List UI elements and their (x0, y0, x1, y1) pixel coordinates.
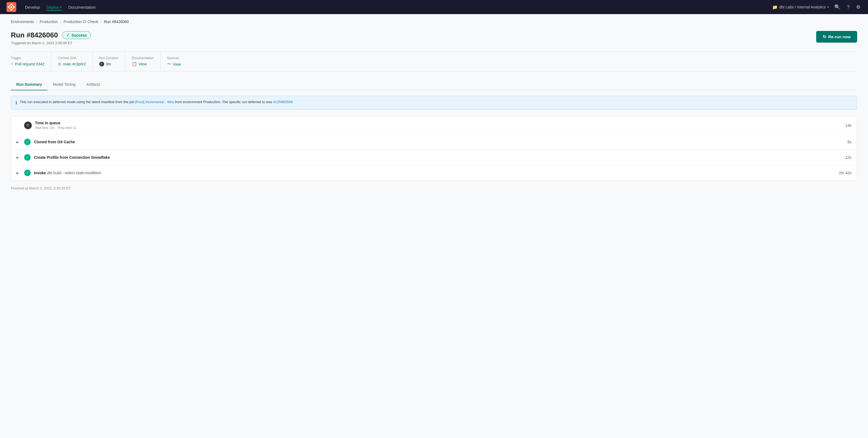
help-button[interactable]: ? (846, 3, 850, 11)
step-git-title: Cloned from Git Cache (34, 140, 844, 144)
dbt-logo-icon (6, 2, 16, 12)
success-icon: ✓ (66, 33, 70, 38)
meta-trigger: Trigger ⑂ Pull request #342 (11, 52, 51, 71)
rerun-button[interactable]: ↻ Re-run now (816, 31, 858, 42)
step-git-clone: ✓ Cloned from Git Cache 6s (11, 134, 857, 150)
step-queue-title: Time in queue (35, 121, 842, 125)
settings-button[interactable]: ⚙ (855, 3, 862, 11)
run-title-area: Run #8426060 ✓ Success Triggered on Marc… (11, 31, 91, 45)
svg-point-3 (14, 6, 15, 8)
tab-model-timing[interactable]: Model Timing (48, 79, 81, 90)
step-invoke-cmd: dbt build --select state:modified+ (47, 171, 102, 175)
meta-commit: Commit SHA ⊙ main #c3p0r2 (51, 52, 93, 71)
queue-clock-icon: ⏱ (24, 122, 32, 129)
wait-time-link[interactable]: Wait time 13s (35, 126, 55, 130)
breadcrumb-sep-1: › (36, 20, 38, 24)
commit-icon: ⊙ (58, 62, 61, 66)
nav-deploy[interactable]: Deploy ▾ (46, 4, 62, 10)
run-header: Run #8426060 ✓ Success Triggered on Marc… (11, 31, 857, 45)
run-footer: Finished at March 2, 2022, 2:30:32 ET (11, 181, 857, 190)
tab-run-summary[interactable]: Run Summary (11, 79, 48, 90)
breadcrumb: Environments › Production › Production C… (0, 14, 868, 27)
run-deferred-link[interactable]: #135983566 (273, 100, 293, 104)
step-queue-duration: 14s (845, 123, 851, 127)
run-title: Run #8426060 (11, 31, 58, 39)
svg-point-4 (11, 9, 12, 11)
rerun-icon: ↻ (823, 34, 826, 39)
meta-sources-value: 〜 View (167, 62, 187, 67)
nav-documentation[interactable]: Documentation (68, 4, 96, 10)
job-link[interactable]: [Prod] Incremental - 4hrs (135, 100, 174, 104)
run-triggered: Triggered on March 2, 2022 2:00:00 ET (11, 41, 91, 45)
breadcrumb-environments[interactable]: Environments (11, 20, 34, 24)
breadcrumb-ci-check[interactable]: Production CI Check (63, 20, 98, 24)
step-invoke-title: Invoke dbt build --select state:modified… (34, 171, 836, 175)
steps-container: ⏱ Time in queue Wait time 13s Prep time … (11, 116, 857, 181)
breadcrumb-run: Run #8426060 (104, 20, 129, 24)
info-banner: ℹ This run executed in deferred mode usi… (11, 96, 857, 110)
step-profile-expand[interactable] (17, 155, 21, 159)
tab-artifacts[interactable]: Artifacts (81, 79, 105, 90)
step-git-expand[interactable] (17, 140, 21, 144)
step-git-info: Cloned from Git Cache (34, 140, 844, 144)
sources-link[interactable]: View (173, 62, 181, 66)
step-profile-check-icon: ✓ (24, 154, 31, 160)
step-queue-subtitle: Wait time 13s Prep time 1s (35, 126, 842, 130)
nav-links: Develop Deploy ▾ Documentation (25, 4, 96, 10)
step-profile-title: Create Profile from Connection Snowflake (34, 155, 842, 159)
main-content: Run #8426060 ✓ Success Triggered on Marc… (0, 27, 868, 438)
run-title-row: Run #8426060 ✓ Success (11, 31, 91, 39)
breadcrumb-sep-2: › (60, 20, 61, 24)
nav-project-label: dbt Labs / Internal Analytics (779, 5, 826, 9)
pulse-icon: 〜 (167, 62, 171, 67)
nav-project[interactable]: 📁 dbt Labs / Internal Analytics ▾ (772, 5, 829, 10)
step-git-duration: 6s (847, 140, 851, 144)
step-queue-info: Time in queue Wait time 13s Prep time 1s (35, 121, 842, 130)
meta-doc-label: Documentation (132, 56, 154, 60)
info-icon: ℹ (16, 99, 17, 106)
meta-doc-value: 📋 View (132, 62, 154, 66)
doc-icon: 📋 (132, 62, 137, 66)
step-git-check-icon: ✓ (24, 139, 31, 145)
branch-icon: ⑂ (11, 62, 13, 66)
nav-right: 📁 dbt Labs / Internal Analytics ▾ 🔍 ? ⚙ (772, 3, 862, 11)
step-profile: ✓ Create Profile from Connection Snowfla… (11, 150, 857, 165)
doc-link[interactable]: View (138, 62, 147, 66)
meta-sources-label: Sources (167, 56, 187, 60)
tabs: Run Summary Model Timing Artifacts (11, 79, 857, 90)
commit-link[interactable]: main #c3p0r2 (63, 62, 86, 66)
nav-develop[interactable]: Develop (25, 4, 40, 10)
info-banner-text: This run executed in deferred mode using… (20, 99, 293, 105)
status-badge: ✓ Success (62, 31, 91, 39)
prep-time-link[interactable]: Prep time 1s (58, 126, 76, 130)
meta-trigger-value: ⑂ Pull request #342 (11, 62, 44, 66)
clock-icon: ⏱ (99, 62, 104, 66)
meta-commit-label: Commit SHA (58, 56, 86, 60)
meta-row: Trigger ⑂ Pull request #342 Commit SHA ⊙… (11, 52, 857, 71)
breadcrumb-sep-3: › (100, 20, 102, 24)
rerun-label: Re-run now (828, 34, 851, 39)
finished-text: Finished at March 2, 2022, 2:30:32 ET (11, 186, 71, 190)
meta-documentation: Documentation 📋 View (125, 52, 161, 71)
status-label: Success (71, 33, 87, 37)
duration-text: 3m (106, 62, 111, 66)
svg-point-1 (10, 6, 12, 8)
logo (6, 2, 16, 12)
meta-duration-label: Run Duration (99, 56, 119, 60)
step-invoke-expand[interactable] (17, 171, 21, 175)
breadcrumb-production[interactable]: Production (40, 20, 58, 24)
trigger-link[interactable]: Pull request #342 (15, 62, 44, 66)
step-queue: ⏱ Time in queue Wait time 13s Prep time … (11, 116, 857, 134)
search-button[interactable]: 🔍 (833, 3, 841, 11)
step-profile-info: Create Profile from Connection Snowflake (34, 155, 842, 159)
svg-point-2 (11, 3, 12, 5)
step-invoke-duration: 2m 42s (839, 171, 851, 175)
meta-commit-value: ⊙ main #c3p0r2 (58, 62, 86, 66)
step-invoke-check-icon: ✓ (24, 170, 31, 176)
meta-duration-value: ⏱ 3m (99, 62, 119, 66)
step-invoke-info: Invoke dbt build --select state:modified… (34, 171, 836, 175)
meta-sources: Sources 〜 View (161, 52, 193, 71)
step-profile-duration: 12s (845, 155, 851, 159)
navbar: Develop Deploy ▾ Documentation 📁 dbt Lab… (0, 0, 868, 14)
meta-duration: Run Duration ⏱ 3m (93, 52, 125, 71)
